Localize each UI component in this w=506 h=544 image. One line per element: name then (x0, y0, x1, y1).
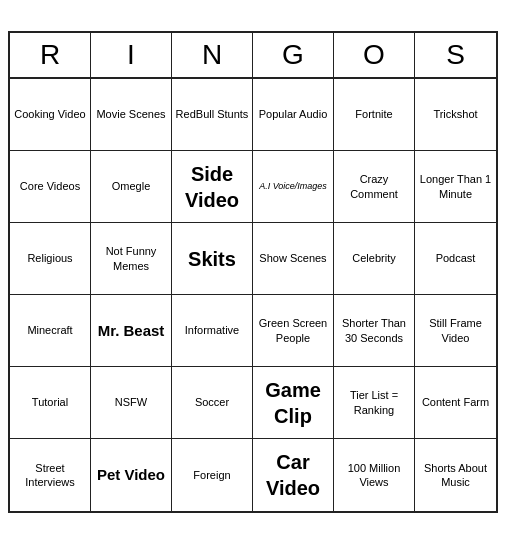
cell-r0-c5: Trickshot (415, 79, 496, 151)
cell-r2-c2: Skits (172, 223, 253, 295)
cell-r3-c4: Shorter Than 30 Seconds (334, 295, 415, 367)
cell-r3-c1: Mr. Beast (91, 295, 172, 367)
cell-r3-c2: Informative (172, 295, 253, 367)
header-letter-n: N (172, 33, 253, 77)
cell-r5-c0: Street Interviews (10, 439, 91, 511)
cell-r1-c3: A.I Voice/Images (253, 151, 334, 223)
cell-r3-c5: Still Frame Video (415, 295, 496, 367)
header-letter-r: R (10, 33, 91, 77)
cell-r2-c5: Podcast (415, 223, 496, 295)
cell-r2-c4: Celebrity (334, 223, 415, 295)
cell-r5-c4: 100 Million Views (334, 439, 415, 511)
cell-r2-c0: Religious (10, 223, 91, 295)
cell-r0-c2: RedBull Stunts (172, 79, 253, 151)
cell-r3-c0: Minecraft (10, 295, 91, 367)
header-letter-g: G (253, 33, 334, 77)
cell-r5-c3: Car Video (253, 439, 334, 511)
cell-r3-c3: Green Screen People (253, 295, 334, 367)
bingo-grid: Cooking VideoMovie ScenesRedBull StuntsP… (10, 79, 496, 511)
cell-r4-c0: Tutorial (10, 367, 91, 439)
cell-r5-c1: Pet Video (91, 439, 172, 511)
cell-r4-c2: Soccer (172, 367, 253, 439)
bingo-card: RINGOS Cooking VideoMovie ScenesRedBull … (8, 31, 498, 513)
cell-r0-c3: Popular Audio (253, 79, 334, 151)
cell-r4-c4: Tier List = Ranking (334, 367, 415, 439)
cell-r4-c1: NSFW (91, 367, 172, 439)
cell-r4-c5: Content Farm (415, 367, 496, 439)
cell-r2-c1: Not Funny Memes (91, 223, 172, 295)
cell-r0-c1: Movie Scenes (91, 79, 172, 151)
cell-r1-c2: Side Video (172, 151, 253, 223)
cell-r5-c2: Foreign (172, 439, 253, 511)
cell-r2-c3: Show Scenes (253, 223, 334, 295)
cell-r1-c5: Longer Than 1 Minute (415, 151, 496, 223)
cell-r4-c3: Game Clip (253, 367, 334, 439)
cell-r1-c4: Crazy Comment (334, 151, 415, 223)
cell-r1-c1: Omegle (91, 151, 172, 223)
header-letter-s: S (415, 33, 496, 77)
cell-r0-c4: Fortnite (334, 79, 415, 151)
cell-r5-c5: Shorts About Music (415, 439, 496, 511)
header-letter-o: O (334, 33, 415, 77)
header-row: RINGOS (10, 33, 496, 79)
cell-r0-c0: Cooking Video (10, 79, 91, 151)
header-letter-i: I (91, 33, 172, 77)
cell-r1-c0: Core Videos (10, 151, 91, 223)
